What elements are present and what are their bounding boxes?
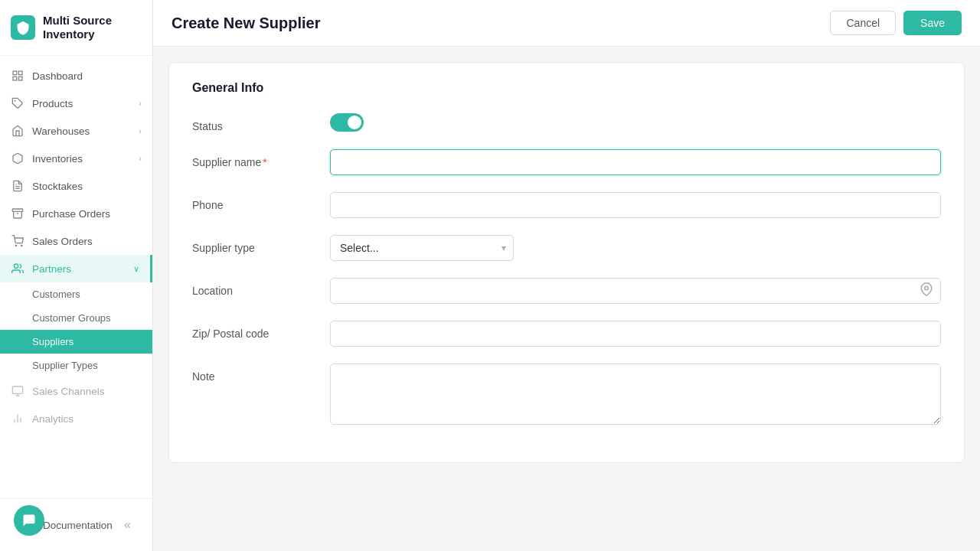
svg-rect-2: [13, 77, 17, 80]
sidebar-item-inventories[interactable]: Inventories ›: [0, 145, 152, 172]
sidebar-item-products[interactable]: Products ›: [0, 90, 152, 117]
sidebar-item-products-label: Products: [32, 98, 139, 109]
analytics-icon: [11, 412, 24, 425]
app-title: Multi Source Inventory: [43, 14, 142, 41]
inventory-icon: [11, 152, 24, 165]
status-label: Status: [192, 113, 330, 132]
sidebar-item-documentation-label: Documentation: [43, 520, 124, 531]
form-card: General Info Status Supplier name*: [168, 62, 965, 463]
channels-icon: [11, 384, 24, 398]
supplier-name-label: Supplier name*: [192, 149, 330, 168]
cancel-button[interactable]: Cancel: [830, 11, 896, 35]
customers-label: Customers: [32, 289, 80, 300]
sidebar-header: Multi Source Inventory: [0, 0, 152, 56]
suppliers-label: Suppliers: [32, 336, 74, 347]
note-control: [330, 364, 941, 427]
sidebar-item-customers[interactable]: Customers: [0, 282, 152, 306]
svg-rect-3: [18, 77, 22, 80]
customer-groups-label: Customer Groups: [32, 312, 111, 324]
stocktake-icon: [11, 179, 24, 193]
supplier-name-row: Supplier name*: [192, 149, 941, 175]
grid-icon: [11, 69, 24, 83]
note-row: Note: [192, 364, 941, 427]
sidebar-item-purchase-orders-label: Purchase Orders: [32, 208, 142, 220]
inventories-arrow: ›: [139, 154, 142, 163]
status-toggle[interactable]: [330, 113, 364, 132]
sidebar-item-warehouses[interactable]: Warehouses ›: [0, 117, 152, 145]
required-marker: *: [263, 156, 266, 168]
supplier-type-row: Supplier type Select... Manufacturer Dis…: [192, 235, 941, 261]
supplier-types-label: Supplier Types: [32, 360, 98, 371]
sidebar-item-customer-groups[interactable]: Customer Groups: [0, 306, 152, 330]
sidebar-item-sales-channels[interactable]: Sales Channels: [0, 377, 152, 405]
supplier-type-label: Supplier type: [192, 235, 330, 254]
partners-arrow: ∨: [133, 264, 139, 274]
phone-control: [330, 192, 941, 218]
warehouses-arrow: ›: [139, 126, 142, 135]
phone-input[interactable]: [330, 192, 941, 218]
svg-point-11: [21, 245, 22, 246]
zip-input[interactable]: [330, 321, 941, 347]
collapse-button[interactable]: «: [124, 514, 131, 536]
sidebar-nav: Dashboard Products › Warehouses ›: [0, 56, 152, 498]
svg-rect-1: [18, 71, 22, 75]
sidebar-item-inventories-label: Inventories: [32, 153, 139, 165]
supplier-name-input[interactable]: [330, 149, 941, 175]
svg-rect-8: [12, 209, 22, 211]
sidebar-item-supplier-types[interactable]: Supplier Types: [0, 354, 152, 377]
svg-point-10: [15, 245, 16, 246]
sidebar-item-analytics[interactable]: Analytics: [0, 405, 152, 432]
zip-label: Zip/ Postal code: [192, 321, 330, 340]
app-logo: [11, 15, 35, 40]
note-textarea[interactable]: [330, 364, 941, 425]
location-row: Location: [192, 278, 941, 304]
location-label: Location: [192, 278, 330, 297]
svg-point-19: [925, 286, 929, 290]
zip-row: Zip/ Postal code: [192, 321, 941, 347]
sidebar-item-stocktakes-label: Stocktakes: [32, 181, 142, 192]
location-control: [330, 278, 941, 304]
svg-point-12: [14, 264, 18, 268]
sidebar: Multi Source Inventory Dashboard Product…: [0, 0, 153, 551]
tag-icon: [11, 96, 24, 110]
note-label: Note: [192, 364, 330, 383]
location-pin-icon: [920, 282, 933, 299]
sidebar-item-analytics-label: Analytics: [32, 413, 142, 425]
chat-bubble-button[interactable]: [14, 505, 44, 536]
supplier-type-select-wrap: Select... Manufacturer Distributor Whole…: [330, 235, 514, 261]
section-title: General Info: [192, 81, 941, 95]
partners-icon: [11, 262, 24, 276]
sidebar-item-dashboard[interactable]: Dashboard: [0, 62, 152, 90]
svg-rect-0: [13, 71, 17, 75]
sidebar-item-partners[interactable]: Partners ∨: [0, 255, 152, 282]
page-title: Create New Supplier: [172, 15, 321, 32]
page-header: Create New Supplier Cancel Save: [153, 0, 980, 47]
status-control: [330, 113, 941, 132]
svg-rect-13: [12, 386, 22, 393]
warehouse-icon: [11, 124, 24, 138]
location-input[interactable]: [330, 278, 941, 304]
save-button[interactable]: Save: [903, 11, 962, 35]
header-actions: Cancel Save: [830, 11, 962, 35]
sidebar-item-warehouses-label: Warehouses: [32, 126, 139, 137]
phone-label: Phone: [192, 192, 330, 211]
sidebar-item-partners-label: Partners: [32, 263, 133, 275]
supplier-type-control: Select... Manufacturer Distributor Whole…: [330, 235, 941, 261]
sidebar-item-sales-orders[interactable]: Sales Orders: [0, 227, 152, 255]
sidebar-item-sales-orders-label: Sales Orders: [32, 236, 142, 247]
svg-point-4: [15, 100, 16, 102]
products-arrow: ›: [139, 99, 142, 108]
toggle-slider: [330, 113, 364, 132]
sales-icon: [11, 234, 24, 248]
sidebar-item-suppliers[interactable]: Suppliers: [0, 330, 152, 354]
phone-row: Phone: [192, 192, 941, 218]
location-wrap: [330, 278, 941, 304]
main-body: General Info Status Supplier name*: [153, 47, 980, 551]
supplier-name-control: [330, 149, 941, 175]
sidebar-item-stocktakes[interactable]: Stocktakes: [0, 172, 152, 200]
sidebar-item-purchase-orders[interactable]: Purchase Orders: [0, 200, 152, 227]
main-content: Create New Supplier Cancel Save General …: [153, 0, 980, 551]
zip-control: [330, 321, 941, 347]
sidebar-item-sales-channels-label: Sales Channels: [32, 386, 142, 397]
supplier-type-select[interactable]: Select... Manufacturer Distributor Whole…: [330, 235, 514, 261]
